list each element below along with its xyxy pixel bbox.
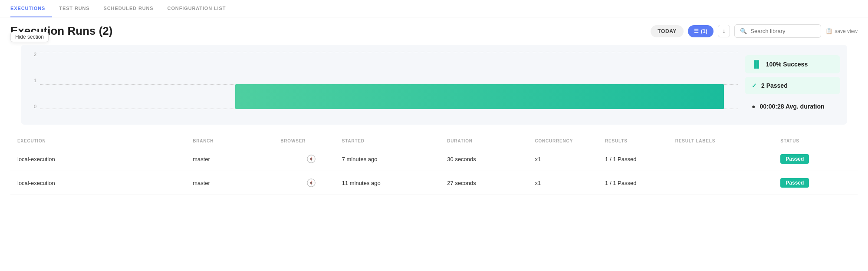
table-row[interactable]: local-execution master 7 minutes ago 30 …	[10, 147, 858, 171]
concurrency-2: x1	[535, 180, 605, 186]
nav-configuration-list[interactable]: CONFIGURATION LIST	[161, 0, 233, 17]
branch-1: master	[193, 156, 280, 162]
filter-icon: ☰	[694, 28, 699, 34]
save-icon: 📋	[825, 28, 832, 34]
browser-1	[280, 154, 342, 164]
started-1: 7 minutes ago	[342, 156, 447, 162]
col-result-labels: RESULT LABELS	[675, 139, 781, 143]
bar-chart-icon: ▐▌	[752, 60, 762, 68]
safari-icon-2	[306, 178, 316, 188]
execution-name-2: local-execution	[17, 180, 193, 186]
filter-button[interactable]: ☰ (1)	[688, 25, 713, 37]
search-box: 🔍	[734, 24, 821, 38]
safari-icon-1	[306, 154, 316, 164]
stats-panel: ▐▌ 100% Success ✓ 2 Passed ● 00:00:28 Av…	[745, 52, 840, 121]
chart-bar	[235, 84, 724, 109]
col-status: STATUS	[780, 139, 851, 143]
col-started: STARTED	[342, 139, 447, 143]
col-duration: DURATION	[447, 139, 535, 143]
nav-scheduled-runs[interactable]: SCHEDULED RUNS	[97, 0, 161, 17]
col-concurrency: CONCURRENCY	[535, 139, 605, 143]
col-results: RESULTS	[605, 139, 675, 143]
stat-success-label: 100% Success	[766, 61, 808, 68]
execution-name-1: local-execution	[17, 156, 193, 162]
download-icon: ↓	[723, 28, 726, 34]
check-icon: ✓	[752, 82, 757, 89]
today-button[interactable]: TODAY	[651, 25, 684, 37]
chart-container: Hide section 2 1 0	[10, 45, 858, 125]
results-2: 1 / 1 Passed	[605, 180, 675, 186]
started-2: 11 minutes ago	[342, 180, 447, 186]
header-actions: TODAY ☰ (1) ↓ 🔍 📋 save view	[651, 24, 858, 38]
table-row[interactable]: local-execution master 11 minutes ago 27…	[10, 171, 858, 195]
chart-area: 2 1 0	[28, 52, 738, 121]
top-nav: EXECUTIONS TEST RUNS SCHEDULED RUNS CONF…	[0, 0, 868, 17]
save-view-label: save view	[835, 28, 858, 34]
save-view-button[interactable]: 📋 save view	[825, 28, 858, 34]
status-badge-1: Passed	[780, 154, 851, 164]
filter-count: (1)	[701, 28, 707, 34]
search-input[interactable]	[750, 28, 815, 34]
search-icon: 🔍	[740, 28, 747, 34]
download-button[interactable]: ↓	[718, 25, 730, 37]
stat-duration-label: 00:00:28 Avg. duration	[760, 103, 824, 110]
stat-duration: ● 00:00:28 Avg. duration	[745, 98, 840, 115]
page-header: Execution Runs (2) TODAY ☰ (1) ↓ 🔍 📋 sav…	[0, 17, 868, 45]
hide-section-tooltip[interactable]: Hide section	[10, 32, 49, 42]
stat-success: ▐▌ 100% Success	[745, 55, 840, 73]
nav-test-runs[interactable]: TEST RUNS	[52, 0, 96, 17]
col-execution: EXECUTION	[17, 139, 193, 143]
duration-1: 30 seconds	[447, 156, 535, 162]
concurrency-1: x1	[535, 156, 605, 162]
table-section: EXECUTION BRANCH BROWSER STARTED DURATIO…	[10, 135, 858, 195]
y-label-0: 0	[28, 104, 36, 109]
branch-2: master	[193, 180, 280, 186]
nav-executions[interactable]: EXECUTIONS	[10, 0, 52, 17]
duration-2: 27 seconds	[447, 180, 535, 186]
stat-passed-label: 2 Passed	[761, 82, 788, 89]
stat-passed: ✓ 2 Passed	[745, 77, 840, 94]
chart-section: 2 1 0 ▐▌ 100% Success	[21, 45, 847, 125]
page-title: Execution Runs (2)	[10, 24, 651, 38]
status-badge-2: Passed	[780, 178, 851, 188]
col-branch: BRANCH	[193, 139, 280, 143]
table-header: EXECUTION BRANCH BROWSER STARTED DURATIO…	[10, 135, 858, 147]
y-label-1: 1	[28, 78, 36, 83]
col-browser: BROWSER	[280, 139, 342, 143]
results-1: 1 / 1 Passed	[605, 156, 675, 162]
clock-icon: ●	[752, 103, 755, 110]
browser-2	[280, 178, 342, 188]
y-label-2: 2	[28, 52, 36, 57]
